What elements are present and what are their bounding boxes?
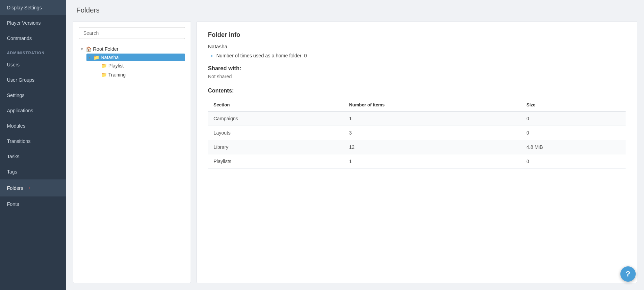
cell-size: 0 [521, 111, 626, 126]
home-icon: 🏠 [86, 46, 92, 52]
root-folder-label: Root Folder [93, 46, 118, 52]
sidebar-item-display-settings[interactable]: Display Settings [0, 0, 66, 15]
info-panel: Folder info Natasha Number of times used… [196, 21, 637, 283]
tree-node-root: ▼ 🏠 Root Folder ▼ 📁 Natasha [79, 45, 185, 81]
page-title: Folders [66, 0, 644, 18]
cell-section: Library [208, 140, 343, 154]
home-folder-count-item: Number of times used as a home folder: 0 [216, 53, 626, 58]
tree-node-training: 📁 Training [94, 70, 185, 79]
sidebar-item-transitions[interactable]: Transitions [0, 134, 66, 149]
cell-items: 12 [343, 140, 521, 154]
folders-arrow-icon: ← [27, 184, 34, 192]
main-content: Folders ▼ 🏠 Root Folder ▼ [66, 0, 644, 290]
cell-section: Layouts [208, 126, 343, 140]
home-folder-count-text: Number of times used as a home folder: 0 [216, 53, 307, 58]
contents-title: Contents: [208, 88, 626, 94]
cell-items: 3 [343, 126, 521, 140]
table-row: Layouts 3 0 [208, 126, 626, 140]
sidebar-item-commands[interactable]: Commands [0, 31, 66, 46]
natasha-label: Natasha [101, 55, 119, 60]
table-row: Playlists 1 0 [208, 154, 626, 169]
sidebar-item-folders[interactable]: Folders ← [0, 179, 66, 196]
cell-size: 4.8 MiB [521, 140, 626, 154]
shared-value: Not shared [208, 74, 626, 79]
help-button[interactable]: ? [620, 266, 636, 282]
folder-info-title: Folder info [208, 31, 626, 39]
sidebar-item-fonts[interactable]: Fonts [0, 196, 66, 212]
cell-size: 0 [521, 154, 626, 169]
folders-label: Folders [7, 185, 23, 191]
cell-size: 0 [521, 126, 626, 140]
tree-row-training[interactable]: 📁 Training [94, 71, 185, 79]
sidebar-item-tasks[interactable]: Tasks [0, 149, 66, 164]
folder-icon-training: 📁 [101, 72, 107, 78]
col-header-section: Section [208, 99, 343, 111]
folder-meta-list: Number of times used as a home folder: 0 [216, 53, 626, 58]
contents-table: Section Number of items Size Campaigns 1… [208, 99, 626, 169]
folder-tree: ▼ 🏠 Root Folder ▼ 📁 Natasha [79, 45, 185, 81]
tree-panel: ▼ 🏠 Root Folder ▼ 📁 Natasha [73, 21, 191, 283]
sidebar-item-applications[interactable]: Applications [0, 103, 66, 118]
tree-row-natasha[interactable]: ▼ 📁 Natasha [86, 54, 185, 61]
folder-open-icon-natasha: 📁 [93, 55, 99, 60]
sidebar: Display Settings Player Versions Command… [0, 0, 66, 290]
tree-node-natasha: ▼ 📁 Natasha 📁 Playlist [86, 53, 185, 80]
tree-children-natasha: 📁 Playlist 📁 Training [94, 61, 185, 79]
shared-with-title: Shared with: [208, 65, 626, 72]
tree-toggle-natasha[interactable]: ▼ [88, 56, 92, 59]
sidebar-item-user-groups[interactable]: User Groups [0, 72, 66, 88]
tree-children-root: ▼ 📁 Natasha 📁 Playlist [86, 53, 185, 80]
folder-name: Natasha [208, 43, 626, 49]
playlist-label: Playlist [108, 63, 124, 69]
admin-section-label: ADMINISTRATION [0, 46, 66, 57]
sidebar-item-users[interactable]: Users [0, 57, 66, 72]
sidebar-item-tags[interactable]: Tags [0, 164, 66, 179]
tree-row-playlist[interactable]: 📁 Playlist [94, 62, 185, 70]
tree-row-root[interactable]: ▼ 🏠 Root Folder [79, 45, 185, 53]
cell-items: 1 [343, 154, 521, 169]
cell-items: 1 [343, 111, 521, 126]
cell-section: Campaigns [208, 111, 343, 126]
col-header-items: Number of items [343, 99, 521, 111]
content-area: ▼ 🏠 Root Folder ▼ 📁 Natasha [66, 18, 644, 290]
search-input[interactable] [79, 27, 185, 39]
tree-node-playlist: 📁 Playlist [94, 61, 185, 70]
sidebar-item-modules[interactable]: Modules [0, 118, 66, 134]
col-header-size: Size [521, 99, 626, 111]
sidebar-item-settings[interactable]: Settings [0, 88, 66, 103]
cell-section: Playlists [208, 154, 343, 169]
folder-icon-playlist: 📁 [101, 63, 107, 69]
sidebar-item-player-versions[interactable]: Player Versions [0, 15, 66, 31]
training-label: Training [108, 72, 126, 78]
table-row: Library 12 4.8 MiB [208, 140, 626, 154]
table-row: Campaigns 1 0 [208, 111, 626, 126]
tree-toggle-root[interactable]: ▼ [80, 47, 84, 51]
